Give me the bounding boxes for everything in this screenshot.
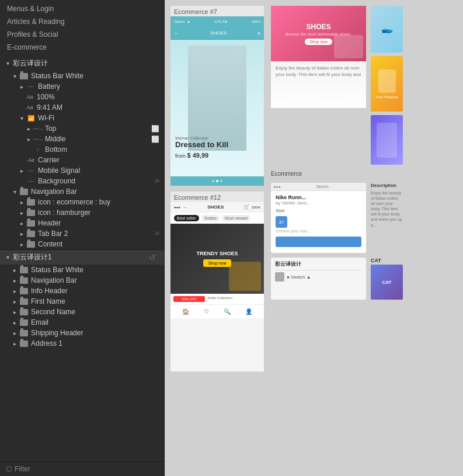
section2-title-row[interactable]: 彩云译设计1 ↺ (0, 249, 164, 265)
nike-add-cart-btn[interactable] (276, 237, 361, 247)
wifi-top-right-icon: ⬜ (151, 125, 159, 133)
header-row[interactable]: Header (0, 218, 164, 228)
wifi-bottom-row[interactable]: Bottom (0, 144, 164, 155)
wifi-icon: 📶 (27, 114, 35, 121)
battery-row[interactable]: Battery (0, 81, 164, 92)
tab-bar-2-icon (27, 231, 35, 237)
ec12-nav-title: SHOES (207, 204, 224, 210)
navigation-bar-section: Navigation Bar icon : ecommerce : buy ic… (0, 186, 164, 249)
ec12-nav-search[interactable]: 🔍 (224, 308, 231, 315)
wifi-row[interactable]: 📶 Wi-Fi (0, 113, 164, 123)
icon-ecommerce-buy-row[interactable]: icon : ecommerce : buy (0, 197, 164, 207)
info-header-label: Info Header (31, 287, 164, 295)
ec7-dots (170, 176, 264, 186)
content-row[interactable]: Content (0, 239, 164, 249)
background-row[interactable]: Background 👁 (0, 176, 164, 186)
icon-ecommerce-buy-triangle (19, 199, 25, 205)
sidebar: Menus & Login Articles & Reading Profile… (0, 0, 165, 476)
nav-bar-row[interactable]: Navigation Bar (0, 186, 164, 197)
ecommerce7-frame: Sketch ▲ 9:41 AM 100% ← SHOES ≡ (170, 16, 264, 186)
cat-preview-box: CAT (371, 265, 403, 300)
ec12-shoe-area: TRENDY SHOES Shop now (170, 224, 264, 294)
ecomm-mid-content: Free Shipping (371, 56, 403, 112)
sketch-label-row: ● Sketch ▲ (275, 272, 362, 282)
ec12-most-viewed-tab[interactable]: Most viewed (222, 215, 250, 221)
shoes-shop-now-btn[interactable]: Shop now (305, 39, 332, 45)
100pct-label: 100% (37, 93, 164, 101)
ec12-nav-home[interactable]: 🏠 (182, 308, 189, 315)
main-canvas: Ecommerce #7 Sketch ▲ 9:41 AM 100% ← SHO… (165, 0, 463, 476)
wifi-top-triangle (26, 126, 32, 131)
ecommerce12-label: Ecommerce #12 (170, 192, 264, 202)
ec7-nav: ← SHOES ≡ (170, 27, 264, 40)
nike-top-bar: ●●● Sketch (271, 183, 366, 191)
section1-title-row[interactable]: 彩云译设计 (0, 56, 164, 71)
icon-hamburger-row[interactable]: icon : hamburger (0, 207, 164, 218)
941am-row[interactable]: Aa 9:41 AM (0, 102, 164, 113)
wifi-top-icon: — (34, 125, 42, 132)
sidebar-item-ecommerce[interactable]: E-commerce (0, 41, 164, 54)
sidebar-item-profiles-social[interactable]: Profiles & Social (0, 28, 164, 41)
first-name-label: First Name (31, 297, 164, 305)
info-header-row[interactable]: Info Header (0, 286, 164, 296)
ec12-nav-heart[interactable]: ♡ (204, 308, 209, 315)
sidebar-item-articles-reading[interactable]: Articles & Reading (0, 15, 164, 28)
top-right-row: SHOES Browse the most fashionable shoes.… (271, 6, 403, 165)
carrier-row[interactable]: Aa Carrier (0, 155, 164, 165)
icon-hamburger-icon (27, 210, 35, 216)
sidebar-item-menus-login[interactable]: Menus & Login (0, 2, 164, 15)
shoe-emoji: 👟 (380, 22, 394, 37)
wifi-label: Wi-Fi (38, 114, 164, 122)
wifi-middle-label: Middle (45, 135, 151, 143)
ec12-soldes-tab[interactable]: Soldes (201, 215, 220, 221)
second-name-label: Second Name (31, 308, 164, 316)
wifi-top-row[interactable]: — Top ⬜ (0, 123, 164, 134)
ec12-shop-btn[interactable]: Shop now (203, 259, 231, 267)
tab-bar-2-row[interactable]: Tab Bar 2 👁 (0, 228, 164, 239)
text-icon-100pct: Aa (26, 93, 34, 100)
content-triangle (19, 241, 25, 247)
ec12-nav-user[interactable]: 👤 (245, 308, 252, 315)
battery-icon (27, 83, 35, 90)
icon-ecommerce-buy-icon (27, 199, 35, 206)
small-cards-column: 👟 Free Shipping (371, 6, 403, 165)
ec12-shoe-image (229, 262, 261, 291)
tab-bar-2-triangle (19, 231, 25, 237)
status-bar-white-2-row[interactable]: Status Bar White (0, 265, 164, 275)
status-bar-white-row[interactable]: Status Bar White (0, 71, 164, 81)
nav-bar-label: Navigation Bar (31, 187, 164, 196)
email-row[interactable]: Email (0, 317, 164, 328)
ec7-collection-text: Woman Collection (175, 136, 259, 140)
wifi-middle-triangle (26, 136, 32, 142)
shoes-text-area: Enjoy the beauty of italian cotton all o… (271, 61, 366, 81)
shoes-banner-bg: SHOES Browse the most fashionable shoes.… (271, 6, 366, 108)
100pct-row[interactable]: Aa 100% (0, 92, 164, 102)
nav-bar-group-icon (20, 189, 28, 195)
wifi-middle-row[interactable]: — Middle ⬜ (0, 134, 164, 144)
ec12-shoe-title: TRENDY SHOES (197, 251, 238, 256)
ecommerce-label-row: Ecommerce (271, 169, 403, 178)
ec7-dot3 (220, 180, 222, 182)
section2-triangle (5, 255, 11, 260)
section2-items: Status Bar White Navigation Bar Info Hea… (0, 265, 164, 349)
cat-gradient: CAT (371, 265, 403, 300)
first-name-row[interactable]: First Name (0, 296, 164, 307)
address-1-row[interactable]: Address 1 (0, 338, 164, 349)
nav-bar-2-row[interactable]: Navigation Bar (0, 275, 164, 286)
nike-size-value: 37 (276, 216, 287, 228)
ecomm-right-bot-card (371, 115, 403, 165)
wifi-top-label: Top (45, 124, 151, 133)
mobile-signal-row[interactable]: Mobile Signal (0, 165, 164, 176)
cat-column: CAT CAT (371, 258, 403, 300)
ecomm-mid-label: Free Shipping (376, 95, 398, 99)
nike-card: ●●● Sketch Nike Runn... by Stefan Jano..… (271, 183, 366, 253)
ec12-best-seller-tab[interactable]: Best seller (174, 215, 199, 221)
status-bar-white-2-icon (20, 267, 28, 273)
ec7-time: 9:41 AM (214, 20, 227, 23)
second-name-row[interactable]: Second Name (0, 307, 164, 317)
ec12-cart-icon: 🛒 (243, 204, 249, 210)
filter-bar[interactable]: ⬡ Filter (0, 461, 164, 476)
ec7-dressed-title: Dressed to Kill (175, 140, 259, 150)
shipping-header-row[interactable]: Shipping Header (0, 328, 164, 338)
battery-triangle (19, 84, 25, 89)
